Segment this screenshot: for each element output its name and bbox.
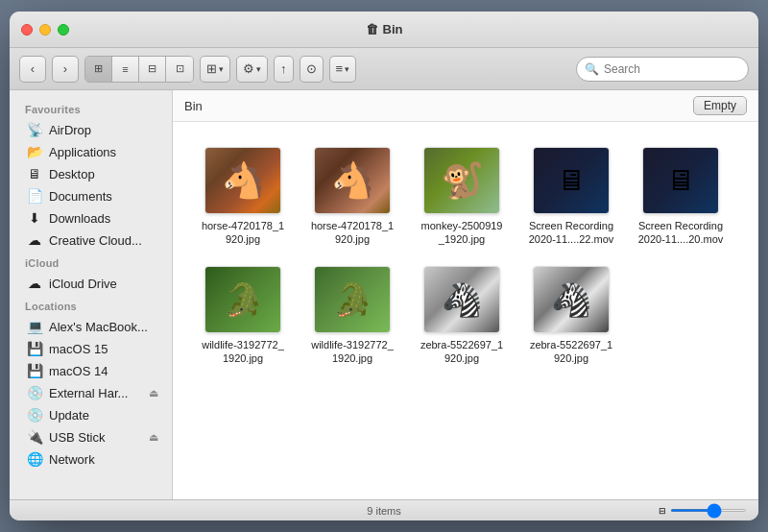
file-item-zebra2[interactable]: zebra-5522697_1920.jpg	[518, 258, 624, 374]
sidebar-applications-label: Applications	[49, 145, 116, 159]
empty-button[interactable]: Empty	[693, 96, 747, 115]
list-view-icon: ≡	[122, 63, 128, 75]
wildlife2-thumbnail	[315, 267, 390, 332]
title-text: Bin	[383, 22, 403, 36]
forward-button[interactable]: ›	[52, 56, 79, 83]
downloads-icon: ⬇	[27, 210, 42, 226]
sidebar-airdrop-label: AirDrop	[49, 123, 91, 137]
view-options-button[interactable]: ⊞ ▾	[200, 56, 230, 83]
zebra2-thumbnail	[534, 267, 609, 332]
screen1-thumbnail	[534, 148, 609, 213]
sidebar-item-alexs-macbook[interactable]: 💻 Alex's MacBook...	[13, 316, 168, 337]
file-item-zebra1[interactable]: zebra-5522697_1920.jpg	[409, 258, 515, 374]
sidebar-desktop-label: Desktop	[49, 167, 95, 181]
macbook-icon: 💻	[27, 319, 42, 334]
icon-view-icon: ⊞	[94, 62, 103, 75]
file-name-horse2: horse-4720178_1920.jpg	[311, 219, 394, 247]
icon-view-button[interactable]: ⊞	[85, 57, 112, 82]
share-icon: ↑	[280, 61, 287, 76]
back-button[interactable]: ‹	[19, 56, 46, 83]
maximize-button[interactable]	[58, 24, 69, 36]
toolbar: ‹ › ⊞ ≡ ⊟ ⊡ ⊞ ▾ ⚙ ▾ ↑	[10, 48, 758, 90]
macos15-icon: 💾	[27, 341, 42, 356]
size-small-icon: ⊟	[659, 506, 666, 516]
horse1-thumbnail	[205, 148, 280, 213]
sidebar-item-desktop[interactable]: 🖥 Desktop	[13, 163, 168, 184]
icloud-drive-icon: ☁	[27, 276, 42, 291]
sidebar-macos15-label: macOS 15	[49, 342, 108, 356]
file-name-zebra1: zebra-5522697_1920.jpg	[420, 338, 503, 366]
sidebar-item-applications[interactable]: 📂 Applications	[13, 141, 168, 162]
sidebar-item-documents[interactable]: 📄 Documents	[13, 185, 168, 206]
file-item-screen1[interactable]: Screen Recording2020-11....22.mov	[518, 139, 624, 254]
minimize-button[interactable]	[39, 24, 51, 36]
sidebar-item-downloads[interactable]: ⬇ Downloads	[13, 207, 168, 229]
file-name-screen1: Screen Recording2020-11....22.mov	[529, 219, 614, 247]
sidebar-update-label: Update	[49, 408, 89, 423]
sidebar-network-label: Network	[49, 452, 95, 467]
file-item-screen2[interactable]: Screen Recording2020-11....20.mov	[628, 139, 733, 254]
zoom-slider[interactable]	[670, 509, 747, 512]
file-item-monkey[interactable]: monkey-2500919_1920.jpg	[409, 139, 515, 254]
action-button[interactable]: ⚙ ▾	[236, 56, 268, 83]
file-item-horse1[interactable]: horse-4720178_1920.jpg	[190, 139, 296, 254]
breadcrumb: Bin	[184, 99, 203, 113]
file-name-screen2: Screen Recording2020-11....20.mov	[638, 219, 724, 247]
status-bar: 9 items ⊟	[10, 499, 758, 520]
action-chevron-icon: ▾	[256, 64, 261, 74]
eject-external-button[interactable]: ⏏	[149, 387, 158, 399]
airdrop-icon: 📡	[27, 122, 42, 137]
file-item-wildlife2[interactable]: wildlife-3192772_1920.jpg	[300, 258, 405, 374]
sidebar-item-airdrop[interactable]: 📡 AirDrop	[13, 119, 168, 140]
gallery-view-button[interactable]: ⊡	[166, 57, 193, 82]
update-icon: 💿	[27, 407, 42, 423]
arrange-chevron-icon: ▾	[345, 64, 349, 74]
applications-icon: 📂	[27, 144, 42, 159]
column-view-icon: ⊟	[148, 62, 156, 75]
window-title: 🗑 Bin	[366, 22, 403, 36]
arrange-button[interactable]: ≡ ▾	[329, 56, 357, 83]
back-icon: ‹	[31, 61, 35, 76]
list-view-button[interactable]: ≡	[112, 57, 139, 82]
sidebar-item-icloud-drive[interactable]: ☁ iCloud Drive	[13, 273, 168, 294]
search-icon: 🔍	[585, 62, 599, 76]
sidebar-item-usb-stick[interactable]: 🔌 USB Stick ⏏	[13, 426, 168, 447]
macos14-icon: 💾	[27, 363, 42, 378]
search-input[interactable]	[604, 62, 740, 76]
locations-header: Locations	[10, 295, 172, 315]
file-name-wildlife2: wildlife-3192772_1920.jpg	[311, 338, 394, 366]
sidebar-item-network[interactable]: 🌐 Network	[13, 448, 168, 470]
search-box[interactable]: 🔍	[576, 57, 749, 82]
size-slider[interactable]: ⊟	[659, 506, 747, 516]
sidebar-item-macos14[interactable]: 💾 macOS 14	[13, 360, 168, 381]
eject-usb-button[interactable]: ⏏	[149, 431, 158, 444]
sidebar-icloud-drive-label: iCloud Drive	[49, 277, 117, 291]
monkey-thumbnail	[424, 148, 499, 213]
tags-button[interactable]: ⊙	[300, 56, 324, 83]
column-view-button[interactable]: ⊟	[139, 57, 166, 82]
item-count: 9 items	[367, 505, 400, 517]
file-item-horse2[interactable]: horse-4720178_1920.jpg	[300, 139, 405, 254]
sidebar-documents-label: Documents	[49, 189, 112, 204]
chevron-down-icon: ▾	[219, 64, 224, 74]
network-icon: 🌐	[27, 451, 42, 467]
arrange-icon: ≡	[336, 61, 344, 76]
share-button[interactable]: ↑	[274, 56, 294, 83]
file-item-wildlife1[interactable]: wildlife-3192772_1920.jpg	[190, 258, 296, 374]
main-area: Favourites 📡 AirDrop 📂 Applications 🖥 De…	[10, 90, 758, 499]
zebra1-thumbnail	[424, 267, 499, 332]
desktop-icon: 🖥	[27, 166, 42, 181]
sidebar-item-external-har[interactable]: 💿 External Har... ⏏	[13, 382, 168, 403]
content-header: Bin Empty	[173, 90, 758, 122]
wildlife1-thumbnail	[205, 267, 280, 332]
traffic-lights	[21, 24, 69, 36]
file-thumb-screen2	[642, 147, 719, 214]
close-button[interactable]	[21, 24, 33, 36]
file-thumb-zebra1	[423, 266, 500, 333]
finder-window: 🗑 Bin ‹ › ⊞ ≡ ⊟ ⊡ ⊞ ▾	[10, 12, 758, 520]
sidebar-item-creative-cloud[interactable]: ☁ Creative Cloud...	[13, 230, 168, 251]
sidebar-item-update[interactable]: 💿 Update	[13, 404, 168, 425]
file-name-wildlife1: wildlife-3192772_1920.jpg	[202, 338, 284, 366]
file-thumb-zebra2	[533, 266, 610, 333]
sidebar-item-macos15[interactable]: 💾 macOS 15	[13, 338, 168, 359]
